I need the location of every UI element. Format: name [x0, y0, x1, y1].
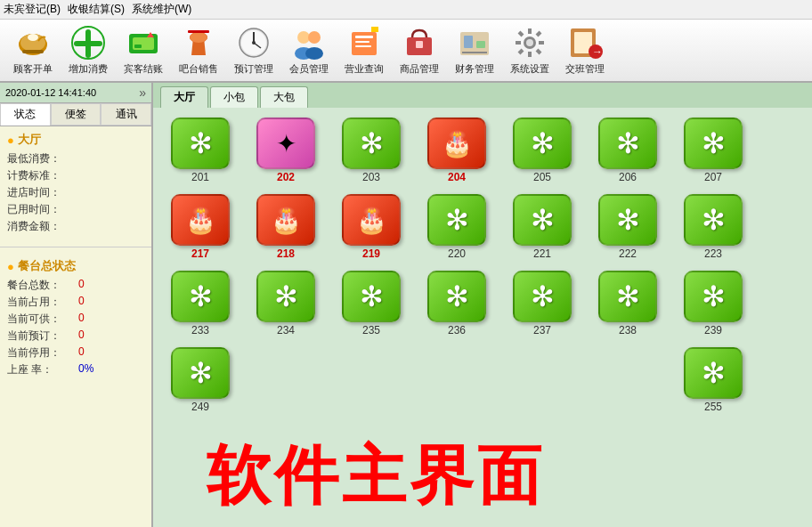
menu-system[interactable]: 系统维护(W) — [132, 2, 191, 17]
watermark-text: 软件主界面 — [207, 434, 812, 519]
total-tables-row: 餐台总数： 0 — [7, 278, 144, 293]
svg-rect-9 — [134, 45, 142, 48]
svg-rect-33 — [462, 52, 487, 53]
table-203[interactable]: ✻ 203 — [331, 115, 411, 186]
svg-point-11 — [190, 32, 207, 43]
status-title: ● 餐台总状态 — [7, 258, 144, 274]
table-218[interactable]: 🎂 218 — [246, 191, 326, 263]
menu-checkout[interactable]: 收银结算(S) — [68, 2, 125, 17]
occupancy-row: 上座 率： 0% — [7, 362, 144, 377]
table-236[interactable]: ✻ 236 — [417, 268, 497, 339]
table-223[interactable]: ✻ 223 — [673, 191, 753, 263]
member-icon — [291, 25, 327, 61]
reservation-button[interactable]: 预订管理 — [228, 23, 280, 77]
svg-line-40 — [519, 32, 523, 36]
settings-label: 系统设置 — [510, 62, 549, 76]
toolbar: 顾客开单 增加消费 宾客结账 — [0, 20, 812, 83]
min-consume-row: 最低消费： — [7, 151, 144, 166]
svg-rect-2 — [22, 50, 44, 53]
business-button[interactable]: 营业查询 — [338, 23, 390, 77]
used-time-row: 已用时间： — [7, 202, 144, 217]
left-panel: 2020-01-12 14:41:40 » 状态 便签 通讯 ● 大厅 最低消费… — [0, 83, 153, 527]
menu-checkin[interactable]: 未宾登记(B) — [4, 2, 61, 17]
svg-text:→: → — [592, 45, 603, 58]
area-tabs: 大厅 小包 大包 — [153, 83, 812, 108]
business-icon — [346, 25, 382, 61]
checkout-icon — [126, 25, 161, 61]
svg-point-35 — [526, 39, 533, 46]
billing-label: 计费标准： — [7, 168, 69, 183]
goods-icon — [402, 25, 437, 61]
expand-arrow[interactable]: » — [139, 85, 146, 100]
table-238[interactable]: ✻ 238 — [588, 268, 668, 339]
table-217[interactable]: 🎂 217 — [160, 191, 240, 263]
table-205[interactable]: ✻ 205 — [502, 115, 582, 186]
table-255[interactable]: ✻ 255 — [673, 345, 753, 416]
table-239[interactable]: ✻ 239 — [673, 268, 753, 339]
business-label: 营业查询 — [345, 62, 384, 76]
amount-label: 消费金额： — [7, 219, 69, 234]
finance-label: 财务管理 — [455, 62, 494, 76]
table-219[interactable]: 🎂 219 — [331, 191, 411, 263]
svg-point-18 — [297, 31, 310, 44]
handover-icon: → — [567, 25, 603, 61]
right-content: 大厅 小包 大包 ✻ 201 ✦ 202 ✻ 203 🎂 — [153, 83, 812, 527]
datetime-text: 2020-01-12 14:41:40 — [5, 87, 96, 98]
goods-button[interactable]: 商品管理 — [394, 23, 445, 77]
table-237[interactable]: ✻ 237 — [502, 268, 582, 339]
table-222[interactable]: ✻ 222 — [588, 191, 668, 263]
disabled-row: 当前停用： 0 — [7, 345, 144, 361]
reservation-icon — [236, 25, 272, 61]
datetime-bar: 2020-01-12 14:41:40 » — [0, 83, 151, 103]
bar-sales-button[interactable]: 吧台销售 — [173, 23, 224, 77]
table-221[interactable]: ✻ 221 — [502, 191, 582, 263]
table-233[interactable]: ✻ 233 — [160, 268, 240, 339]
settings-button[interactable]: 系统设置 — [504, 23, 556, 77]
svg-rect-5 — [85, 29, 91, 58]
used-time-label: 已用时间： — [7, 202, 69, 217]
reserved-row: 当前预订： 0 — [7, 328, 144, 344]
hall-title: ● 大厅 — [7, 132, 144, 148]
checkout-button[interactable]: 宾客结账 — [118, 23, 169, 77]
table-row-0: ✻ 201 ✦ 202 ✻ 203 🎂 204 ✻ 205 — [160, 115, 805, 186]
svg-rect-29 — [416, 41, 423, 48]
member-label: 会员管理 — [289, 62, 329, 76]
table-234[interactable]: ✻ 234 — [246, 268, 326, 339]
goods-label: 商品管理 — [400, 62, 439, 76]
svg-rect-12 — [188, 30, 209, 33]
tab-comm[interactable]: 通讯 — [101, 103, 151, 126]
table-201[interactable]: ✻ 201 — [160, 115, 240, 186]
amount-row: 消费金额： — [7, 219, 144, 234]
add-consume-button[interactable]: 增加消费 — [62, 23, 114, 77]
table-220[interactable]: ✻ 220 — [417, 191, 497, 263]
tab-note[interactable]: 便签 — [51, 103, 102, 126]
table-235[interactable]: ✻ 235 — [331, 268, 411, 339]
enter-time-label: 进店时间： — [7, 185, 69, 200]
add-consume-icon — [70, 25, 106, 61]
member-button[interactable]: 会员管理 — [283, 23, 335, 77]
svg-line-42 — [537, 32, 540, 36]
open-guest-button[interactable]: 顾客开单 — [7, 23, 59, 77]
table-207[interactable]: ✻ 207 — [673, 115, 753, 186]
handover-button[interactable]: → 交班管理 — [559, 23, 611, 77]
finance-button[interactable]: 财务管理 — [449, 23, 500, 77]
finance-icon — [457, 25, 492, 61]
table-206[interactable]: ✻ 206 — [588, 115, 668, 186]
table-204[interactable]: 🎂 204 — [417, 115, 497, 186]
area-tab-large[interactable]: 大包 — [260, 86, 308, 108]
status-section: ● 餐台总状态 餐台总数： 0 当前占用： 0 当前可供： 0 当前预订： 0 … — [0, 253, 151, 385]
table-249[interactable]: ✻ 249 — [160, 345, 240, 416]
svg-line-43 — [519, 50, 523, 53]
left-tabs: 状态 便签 通讯 — [0, 103, 151, 126]
occupied-row: 当前占用： 0 — [7, 295, 144, 310]
area-tab-small[interactable]: 小包 — [210, 86, 258, 108]
open-guest-label: 顾客开单 — [13, 62, 53, 76]
settings-icon — [512, 25, 548, 61]
area-tab-hall[interactable]: 大厅 — [160, 86, 208, 108]
table-202[interactable]: ✦ 202 — [246, 115, 326, 186]
tab-status[interactable]: 状态 — [0, 103, 51, 126]
svg-rect-32 — [476, 41, 485, 48]
table-row-2: ✻ 233 ✻ 234 ✻ 235 ✻ 236 ✻ 237 — [160, 268, 805, 339]
svg-rect-22 — [352, 32, 377, 55]
bar-sales-icon — [181, 25, 216, 61]
